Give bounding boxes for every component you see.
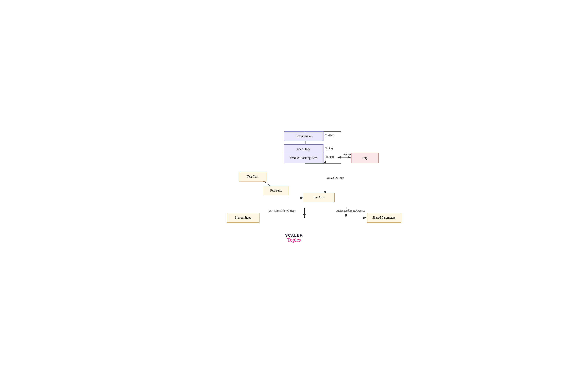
test-case-label: Test Case [313,196,325,199]
diagram-container: Requirement (CMMI) User Story (Agile) Pr… [216,124,372,245]
logo-topics-text: Topics [285,237,303,243]
test-plan-box: Test Plan [239,172,266,182]
requirement-annotation: (CMMI) [325,134,334,137]
requirement-label: Requirement [296,134,312,138]
test-cases-shared-steps-label: Test Cases/Shared Steps [269,209,296,212]
shared-steps-label: Shared Steps [235,216,251,220]
shared-steps-box: Shared Steps [227,213,260,223]
logo-container: SCALER Topics [285,233,303,243]
requirement-box: Requirement [284,131,323,141]
bug-label: Bug [362,156,367,160]
related-label: Related [343,153,352,156]
product-backlog-item-label: Product Backlog Item [290,156,317,160]
user-story-box: User Story [284,144,323,154]
tested-by-label: Tested By/Tests [327,176,344,179]
referenced-by-label: Referenced By/References [337,209,365,212]
user-story-label: User Story [297,147,310,151]
test-plan-label: Test Plan [247,175,258,179]
arrows-svg [216,124,372,245]
shared-parameters-label: Shared Parameters [372,216,395,220]
test-suite-label: Test Suite [270,189,282,192]
pbi-annotation: (Scrum) [325,155,334,158]
test-case-box: Test Case [304,193,335,202]
user-story-annotation: (Agile) [325,147,333,150]
test-suite-box: Test Suite [263,186,289,195]
product-backlog-item-box: Product Backlog Item [284,153,323,163]
shared-parameters-box: Shared Parameters [367,213,401,223]
bug-box: Bug [351,153,379,163]
